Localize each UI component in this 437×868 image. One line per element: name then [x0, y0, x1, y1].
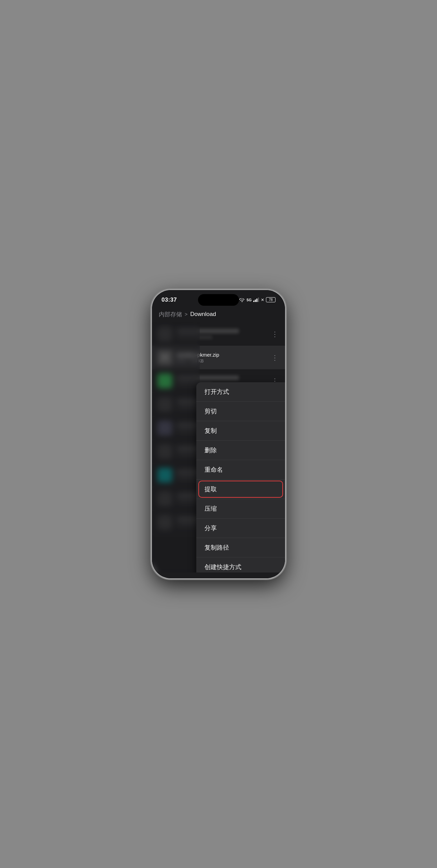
content-area: ⋮ ZIP obsidian-pkmer.zip 03:31 444 KB ⋮ [152, 322, 285, 573]
status-icons-group: 5G ✕ 78 [239, 297, 276, 302]
svg-rect-3 [258, 298, 259, 302]
5g-label: 5G [246, 298, 252, 302]
breadcrumb-current: Download [190, 311, 216, 318]
battery-indicator: 78 [266, 297, 276, 302]
more-options-button[interactable]: ⋮ [270, 329, 280, 340]
menu-item-compress[interactable]: 压缩 [196, 499, 285, 519]
menu-item-open-with[interactable]: 打开方式 [196, 382, 285, 402]
menu-item-rename[interactable]: 重命名 [196, 460, 285, 480]
svg-rect-2 [256, 299, 257, 302]
breadcrumb-separator: > [185, 312, 187, 317]
more-options-button-zip[interactable]: ⋮ [270, 352, 280, 363]
menu-item-extract[interactable]: 提取 [196, 480, 285, 499]
menu-item-delete[interactable]: 删除 [196, 441, 285, 460]
phone-frame: 03:37 402 B/s 5G [152, 290, 285, 578]
menu-item-create-shortcut[interactable]: 创建快捷方式 [196, 557, 285, 573]
svg-rect-0 [253, 301, 254, 302]
menu-item-copy[interactable]: 复制 [196, 421, 285, 441]
breadcrumb-parent[interactable]: 内部存储 [159, 311, 182, 318]
menu-item-copy-path[interactable]: 复制路径 [196, 538, 285, 557]
menu-item-cut[interactable]: 剪切 [196, 402, 285, 421]
dynamic-island [198, 294, 239, 306]
wifi-icon [239, 298, 245, 302]
menu-item-share[interactable]: 分享 [196, 519, 285, 538]
svg-rect-1 [255, 300, 256, 302]
context-menu: 打开方式 剪切 复制 删除 重命名 提取 [196, 382, 285, 573]
left-blur-overlay [152, 322, 200, 573]
screen: 03:37 402 B/s 5G [152, 290, 285, 578]
breadcrumb[interactable]: 内部存储 > Download [152, 308, 285, 322]
status-time: 03:37 [161, 297, 177, 303]
signal-icon [253, 298, 259, 302]
x-icon: ✕ [261, 298, 264, 302]
